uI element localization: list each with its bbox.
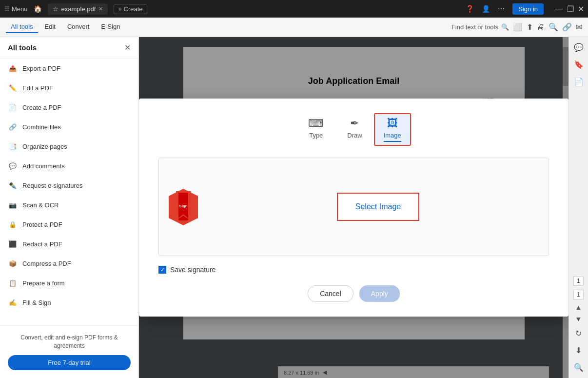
sidebar-title: All tools (8, 43, 37, 52)
apps-icon[interactable]: ⋯ (498, 5, 505, 13)
sidebar-item-compress[interactable]: 📦 Compress a PDF (0, 254, 138, 273)
sidebar-item-create[interactable]: 📄 Create a PDF (0, 98, 138, 117)
svg-text:Sign: Sign (179, 204, 187, 208)
sidebar-item-compress-label: Compress a PDF (22, 260, 71, 267)
sig-tab-draw[interactable]: ✒ Draw (335, 113, 373, 146)
zoom-out-icon[interactable]: 🔍 (572, 361, 586, 374)
sidebar-item-organize-label: Organize pages (22, 143, 67, 150)
file-tab-star-icon: ☆ (53, 5, 59, 13)
sidebar-item-comments[interactable]: 💬 Add comments (0, 156, 138, 176)
find-tools[interactable]: Find text or tools 🔍 (451, 23, 509, 31)
sidebar-item-scan[interactable]: 📷 Scan & OCR (0, 195, 138, 215)
comment-panel-icon[interactable]: 💬 (572, 41, 586, 54)
restore-button[interactable]: ❐ (567, 4, 574, 14)
save-signature-row: ✓ Save signature (158, 266, 549, 274)
title-bar-left: ☰ Menu 🏠 ☆ example.pdf ✕ + Create (4, 3, 466, 15)
link-icon[interactable]: 🔗 (562, 22, 572, 32)
tab-all-tools[interactable]: All tools (6, 21, 38, 33)
sidebar-item-protect-label: Protect a PDF (22, 221, 62, 228)
tab-esign[interactable]: E-Sign (96, 21, 125, 33)
signature-canvas: Sign Sign Select Image (158, 158, 549, 256)
sig-tab-type[interactable]: ⌨ Type (296, 113, 335, 146)
zoom-icon[interactable]: 🔍 (549, 22, 558, 32)
sidebar-item-comments-label: Add comments (22, 162, 65, 170)
sidebar-item-export-label: Export a PDF (22, 65, 60, 72)
tab-edit[interactable]: Edit (40, 21, 60, 33)
page-total-box: 1 (573, 290, 584, 299)
sidebar-item-edit-label: Edit a PDF (22, 84, 53, 92)
right-panel: 💬 🔖 📄 1 1 ▲ ▼ ↻ ⬇ 🔍 (568, 37, 588, 378)
type-tab-label: Type (309, 132, 323, 139)
combine-icon: 🔗 (8, 122, 18, 132)
organize-icon: 📑 (8, 141, 18, 151)
adobe-logo-svg: Sign Sign (169, 189, 198, 225)
create-button[interactable]: + Create (114, 4, 147, 14)
fillsign-icon: ✍️ (8, 298, 18, 307)
print-icon[interactable]: 🖨 (537, 23, 545, 32)
nav-up-icon[interactable]: ▲ (575, 303, 582, 311)
close-button[interactable]: ✕ (578, 4, 584, 14)
save-signature-checkbox[interactable]: ✓ (158, 266, 166, 274)
sig-tab-image[interactable]: 🖼 Image (374, 113, 411, 146)
sidebar-item-form-label: Prepare a form (22, 279, 65, 287)
sidebar-item-organize[interactable]: 📑 Organize pages (0, 137, 138, 156)
sidebar-item-redact[interactable]: ⬛ Redact a PDF (0, 234, 138, 254)
nav-down-icon[interactable]: ▼ (575, 315, 582, 323)
search-tools-icon: 🔍 (501, 23, 509, 31)
free-trial-button[interactable]: Free 7-day trial (8, 355, 131, 370)
sidebar-close-button[interactable]: ✕ (124, 43, 131, 52)
edit-icon: ✏️ (8, 83, 18, 93)
image-tab-underline (384, 141, 401, 142)
home-icon[interactable]: 🏠 (34, 5, 42, 13)
tab-convert[interactable]: Convert (62, 21, 95, 33)
file-tab[interactable]: ☆ example.pdf ✕ (48, 3, 108, 15)
title-bar-right: ❓ 👤 ⋯ Sign in — ❐ ✕ (466, 3, 584, 15)
apply-button[interactable]: Apply (359, 285, 400, 302)
window-controls: — ❐ ✕ (555, 4, 584, 14)
canvas-inner: Sign Sign Select Image (159, 158, 549, 256)
view-icon[interactable]: ⬜ (513, 22, 523, 32)
sidebar-item-combine[interactable]: 🔗 Combine files (0, 117, 138, 137)
sidebar-item-form[interactable]: 📋 Prepare a form (0, 273, 138, 293)
help-icon[interactable]: ❓ (466, 5, 474, 13)
checkmark-icon: ✓ (160, 267, 165, 273)
draw-tab-label: Draw (347, 132, 362, 139)
page-number-box: 1 (573, 276, 584, 286)
scan-icon: 📷 (8, 200, 18, 210)
rotate-icon[interactable]: ↻ (573, 327, 584, 340)
download-icon[interactable]: ⬇ (573, 344, 584, 357)
dialog-overlay: ⌨ Type ✒ Draw 🖼 Image (139, 37, 568, 378)
sidebar-item-combine-label: Combine files (22, 123, 61, 131)
sidebar-item-protect[interactable]: 🔒 Protect a PDF (0, 215, 138, 234)
menu-button[interactable]: ☰ Menu (4, 5, 28, 13)
sidebar-item-fillsign-label: Fill & Sign (22, 299, 51, 306)
sidebar-inner: All tools ✕ 📤 Export a PDF ✏️ Edit a PDF… (0, 37, 138, 378)
type-tab-underline (308, 141, 324, 142)
mail-icon[interactable]: ✉ (576, 22, 582, 32)
signature-tabs: ⌨ Type ✒ Draw 🖼 Image (158, 113, 549, 146)
search-icon[interactable]: 👤 (482, 5, 490, 13)
close-tab-icon[interactable]: ✕ (98, 6, 103, 12)
draw-tab-underline (347, 141, 362, 142)
footer-text: Convert, edit and e-sign PDF forms & agr… (8, 334, 131, 350)
cancel-button[interactable]: Cancel (308, 285, 353, 302)
create-label: + Create (118, 5, 142, 13)
select-image-button[interactable]: Select Image (337, 193, 419, 221)
menu-label: Menu (12, 5, 28, 13)
esign-icon: ✒️ (8, 180, 18, 190)
sidebar-item-fillsign[interactable]: ✍️ Fill & Sign (0, 293, 138, 312)
compress-icon: 📦 (8, 259, 18, 268)
image-tab-label: Image (384, 132, 401, 139)
sidebar-item-esign[interactable]: ✒️ Request e-signatures (0, 176, 138, 195)
sign-in-button[interactable]: Sign in (512, 3, 544, 15)
bookmark-panel-icon[interactable]: 🔖 (572, 58, 586, 71)
toolbar: All tools Edit Convert E-Sign Find text … (0, 18, 588, 37)
sidebar-item-export[interactable]: 📤 Export a PDF (0, 59, 138, 78)
minimize-button[interactable]: — (555, 4, 563, 14)
sidebar-item-edit[interactable]: ✏️ Edit a PDF (0, 78, 138, 98)
upload-icon[interactable]: ⬆ (527, 22, 533, 32)
form-icon: 📋 (8, 278, 18, 288)
image-tab-icon: 🖼 (387, 117, 398, 130)
sidebar-item-scan-label: Scan & OCR (22, 201, 59, 209)
pages-panel-icon[interactable]: 📄 (572, 75, 586, 88)
